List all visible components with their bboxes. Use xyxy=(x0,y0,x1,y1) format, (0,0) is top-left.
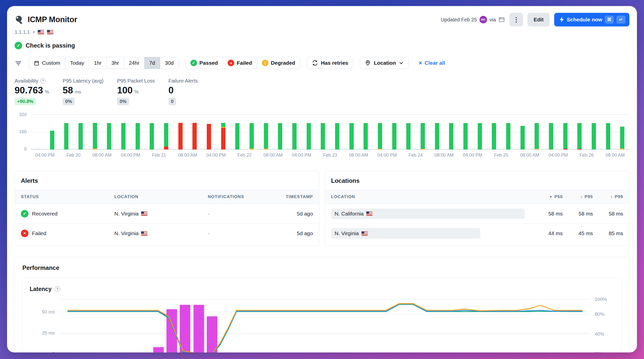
check-results-plot[interactable] xyxy=(31,114,629,150)
status-bar[interactable] xyxy=(463,114,468,150)
status-bar-segment xyxy=(121,123,126,150)
time-range-today[interactable]: Today xyxy=(65,57,89,69)
edit-button[interactable]: Edit xyxy=(528,13,550,26)
packet-loss-bar[interactable] xyxy=(180,305,190,352)
packet-loss-bar[interactable] xyxy=(207,316,217,352)
status-bar[interactable] xyxy=(235,114,239,150)
status-bar[interactable] xyxy=(492,114,496,150)
status-bar[interactable] xyxy=(321,114,325,150)
status-bar[interactable] xyxy=(349,114,354,150)
filter-degraded[interactable]: ! Degraded xyxy=(257,57,300,69)
filter-passed[interactable]: ✓ Passed xyxy=(186,57,223,69)
info-icon[interactable]: ? xyxy=(40,78,46,84)
time-range-24hr[interactable]: 24hr xyxy=(124,57,144,69)
location-row[interactable]: N. Virginia 44 ms 45 ms 85 ms xyxy=(325,224,629,243)
status-bar[interactable] xyxy=(93,114,97,150)
status-bar[interactable] xyxy=(335,114,339,150)
packet-loss-bar[interactable] xyxy=(153,347,164,352)
status-bar-segment xyxy=(335,123,339,150)
status-bar[interactable] xyxy=(506,114,510,150)
status-bar[interactable] xyxy=(221,114,225,150)
time-range-custom[interactable]: Custom xyxy=(29,57,65,69)
status-bar[interactable] xyxy=(164,114,168,150)
status-bar[interactable] xyxy=(264,114,268,150)
cmd-key-icon: ⌘ xyxy=(605,16,614,24)
sort-p50[interactable]: ▼ P50 xyxy=(533,194,563,199)
status-bar[interactable] xyxy=(192,114,197,150)
more-actions-button[interactable]: ⋮ xyxy=(509,13,523,26)
status-bar[interactable] xyxy=(307,114,311,150)
filter-icon xyxy=(15,59,22,67)
has-retries-filter[interactable]: Has retries xyxy=(307,57,353,69)
status-bar[interactable] xyxy=(392,114,396,150)
x-axis-label: Feb 21 xyxy=(145,153,173,158)
status-bar[interactable] xyxy=(406,114,411,150)
time-range-3hr[interactable]: 3hr xyxy=(106,57,124,69)
y-axis-label: 0% xyxy=(595,351,601,352)
status-bar[interactable] xyxy=(136,114,140,150)
metric-p95-latency: P95 Latency (avg) 58ms 0% xyxy=(63,78,103,105)
status-bar[interactable] xyxy=(178,114,183,150)
status-bar[interactable] xyxy=(563,114,568,150)
status-bar[interactable] xyxy=(620,114,624,150)
status-bar[interactable] xyxy=(435,114,439,150)
status-bar[interactable] xyxy=(478,114,482,150)
status-bar-segment xyxy=(264,149,268,150)
check-status-text: Check is passing xyxy=(26,42,75,49)
status-bar[interactable] xyxy=(278,114,282,150)
status-bar[interactable] xyxy=(535,114,539,150)
alert-row[interactable]: × Failed N. Virginia - 5d ago xyxy=(15,224,319,243)
status-bar[interactable] xyxy=(64,114,68,150)
status-bar-segment xyxy=(192,123,197,150)
status-bar[interactable] xyxy=(592,114,596,150)
schedule-now-button[interactable]: Schedule now ⌘ ↵ xyxy=(554,13,629,26)
time-range-7d-selected[interactable]: 7d xyxy=(144,57,160,69)
status-bar[interactable] xyxy=(250,114,254,150)
time-range-label: 1hr xyxy=(94,60,101,66)
location-filter-dropdown[interactable]: Location xyxy=(360,57,409,69)
y-axis-label: 0 xyxy=(24,147,27,152)
status-bar[interactable] xyxy=(606,114,610,150)
status-bar[interactable] xyxy=(549,114,553,150)
status-bar[interactable] xyxy=(121,114,126,150)
status-bar[interactable] xyxy=(421,114,425,150)
p95-value: 45 ms xyxy=(563,230,593,236)
status-bar[interactable] xyxy=(36,114,40,150)
location-row[interactable]: N. California 58 ms 58 ms 58 ms xyxy=(325,204,629,224)
ping-icon xyxy=(15,15,24,24)
alerts-table-header: STATUS LOCATION NOTIFICATIONS TIMESTAMP xyxy=(15,190,319,204)
avatar[interactable]: NH xyxy=(479,16,487,23)
p50-value: 44 ms xyxy=(533,230,563,236)
alert-row[interactable]: ✓ Recovered N. Virginia - 5d ago xyxy=(15,204,319,224)
status-bar-segment xyxy=(221,128,225,150)
monitor-detail-card: ICMP Monitor Updated Feb 25 NH via ⋮ Edi… xyxy=(7,6,637,352)
time-range-1hr[interactable]: 1hr xyxy=(89,57,106,69)
chevron-down-icon xyxy=(399,61,404,65)
alert-status: Recovered xyxy=(32,211,58,217)
performance-section: Performance Latency ? 50 ms 25 ms 0 100%… xyxy=(15,257,629,352)
sort-p99[interactable]: ▲▼ P99 xyxy=(593,194,623,199)
passing-check-icon: ✓ xyxy=(15,42,22,49)
latency-plot[interactable] xyxy=(60,297,590,352)
header: ICMP Monitor Updated Feb 25 NH via ⋮ Edi… xyxy=(15,13,629,27)
time-range-30d[interactable]: 30d xyxy=(160,57,179,69)
status-bar[interactable] xyxy=(207,114,211,150)
sort-p95[interactable]: ▲▼ P95 xyxy=(563,194,593,199)
clear-all-filters[interactable]: × Clear all xyxy=(419,60,445,66)
status-bar-segment xyxy=(492,123,496,150)
status-bar[interactable] xyxy=(107,114,111,150)
status-bar[interactable] xyxy=(78,114,83,150)
packet-loss-bar[interactable] xyxy=(193,305,204,352)
info-icon[interactable]: ? xyxy=(55,286,60,292)
status-bar[interactable] xyxy=(520,114,525,150)
us-flag-icon xyxy=(47,30,53,34)
status-bar[interactable] xyxy=(292,114,297,150)
status-bar[interactable] xyxy=(449,114,453,150)
status-bar[interactable] xyxy=(378,114,382,150)
filter-failed[interactable]: × Failed xyxy=(223,57,257,69)
status-bar[interactable] xyxy=(364,114,368,150)
status-bar[interactable] xyxy=(50,114,54,150)
metric-value: 58 xyxy=(63,85,73,96)
status-bar[interactable] xyxy=(577,114,582,150)
status-bar[interactable] xyxy=(150,114,154,150)
